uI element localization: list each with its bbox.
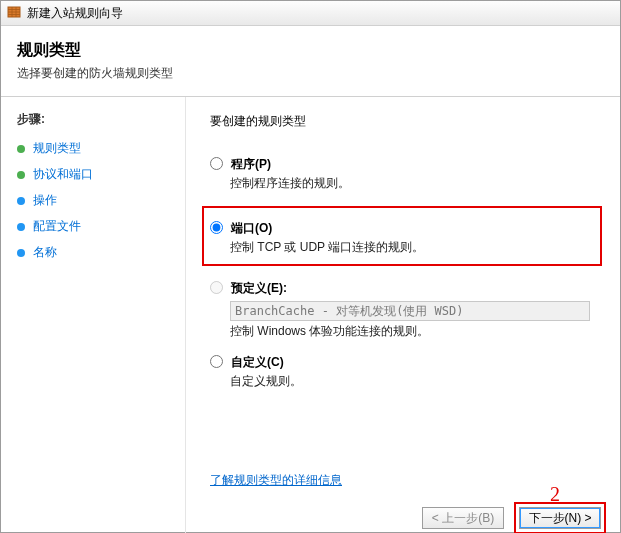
radio-custom[interactable] [210, 355, 223, 368]
option-predefined-desc: 控制 Windows 体验功能连接的规则。 [230, 323, 608, 340]
sidebar-item-protocol-port[interactable]: 协议和端口 [17, 166, 175, 183]
back-button[interactable]: < 上一步(B) [422, 507, 504, 529]
sidebar: 步骤: 规则类型 协议和端口 操作 配置文件 名称 [1, 97, 186, 533]
radio-program[interactable] [210, 157, 223, 170]
learn-more-link[interactable]: 了解规则类型的详细信息 [210, 472, 342, 489]
sidebar-item-label: 名称 [33, 244, 57, 261]
option-custom[interactable]: 自定义(C) [210, 354, 608, 371]
page-title: 规则类型 [17, 40, 604, 61]
footer: < 上一步(B) 下一步(N) > [422, 502, 606, 533]
section-title: 要创建的规则类型 [210, 113, 608, 130]
next-button[interactable]: 下一步(N) > [519, 507, 601, 529]
predefined-dropdown[interactable]: BranchCache - 对等机发现(使用 WSD) [230, 301, 590, 321]
window-title: 新建入站规则向导 [27, 5, 123, 22]
option-program-desc: 控制程序连接的规则。 [230, 175, 608, 192]
option-predefined-label: 预定义(E): [231, 280, 287, 297]
main-panel: 要创建的规则类型 程序(P) 控制程序连接的规则。 端口(O) 控制 TCP 或… [186, 97, 620, 533]
steps-label: 步骤: [17, 111, 175, 128]
option-custom-desc: 自定义规则。 [230, 373, 608, 390]
option-custom-label: 自定义(C) [231, 354, 284, 371]
radio-port[interactable] [210, 221, 223, 234]
sidebar-item-label: 配置文件 [33, 218, 81, 235]
sidebar-item-label: 操作 [33, 192, 57, 209]
option-port[interactable]: 端口(O) [210, 220, 596, 237]
sidebar-item-label: 协议和端口 [33, 166, 93, 183]
highlight-port-option: 端口(O) 控制 TCP 或 UDP 端口连接的规则。 [202, 206, 602, 266]
body: 步骤: 规则类型 协议和端口 操作 配置文件 名称 要 [1, 97, 620, 533]
option-port-desc: 控制 TCP 或 UDP 端口连接的规则。 [230, 239, 596, 256]
step-dot-icon [17, 223, 25, 231]
firewall-icon [7, 5, 21, 22]
sidebar-item-profile[interactable]: 配置文件 [17, 218, 175, 235]
radio-predefined[interactable] [210, 281, 223, 294]
titlebar: 新建入站规则向导 [1, 1, 620, 26]
option-program-label: 程序(P) [231, 156, 271, 173]
option-predefined[interactable]: 预定义(E): [210, 280, 608, 297]
step-dot-icon [17, 145, 25, 153]
option-program[interactable]: 程序(P) [210, 156, 608, 173]
wizard-window: 新建入站规则向导 规则类型 选择要创建的防火墙规则类型 步骤: 规则类型 协议和… [0, 0, 621, 533]
step-dot-icon [17, 171, 25, 179]
page-subtitle: 选择要创建的防火墙规则类型 [17, 65, 604, 82]
sidebar-item-name[interactable]: 名称 [17, 244, 175, 261]
sidebar-item-label: 规则类型 [33, 140, 81, 157]
sidebar-item-rule-type[interactable]: 规则类型 [17, 140, 175, 157]
highlight-next-button: 下一步(N) > [514, 502, 606, 533]
sidebar-item-action[interactable]: 操作 [17, 192, 175, 209]
header: 规则类型 选择要创建的防火墙规则类型 [1, 26, 620, 96]
step-dot-icon [17, 249, 25, 257]
option-port-label: 端口(O) [231, 220, 272, 237]
step-dot-icon [17, 197, 25, 205]
